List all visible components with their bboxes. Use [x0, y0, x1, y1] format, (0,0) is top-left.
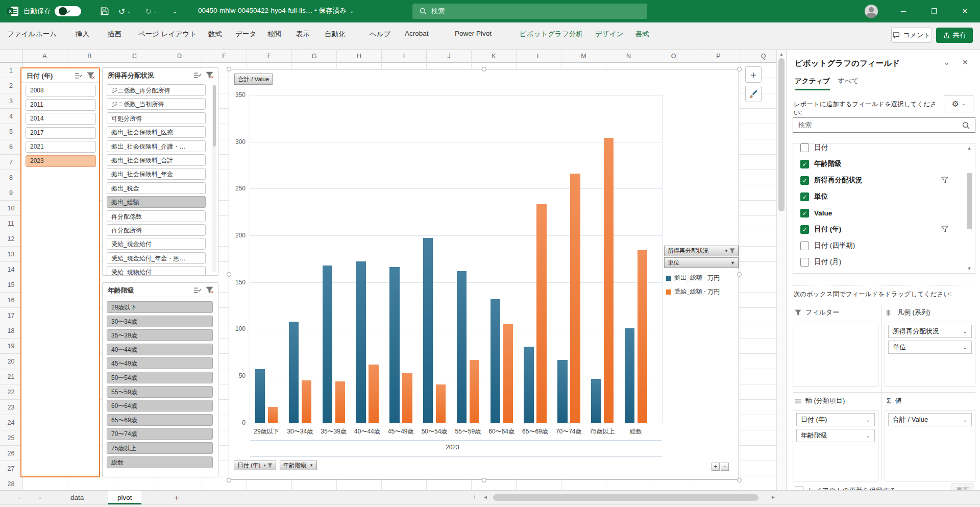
legend-entry-拠出_総額 - 万円[interactable]: 拠出_総額 - 万円 [666, 274, 720, 282]
slicer-日付 (年)[interactable]: 日付 (年)✕200820112014201720212023 [20, 67, 100, 477]
minimize-button[interactable]: ─ [890, 0, 917, 22]
ribbon-tab-9[interactable]: 表示 [296, 30, 310, 39]
scroll-up-icon[interactable]: ▲ [777, 52, 786, 57]
slicer-item-受給_現金給付_年金・恩…[interactable]: 受給_現金給付_年金・恩… [107, 252, 206, 264]
row-header-18[interactable]: 18 [0, 323, 22, 339]
axis-field-button-日付 (年)[interactable]: 日付 (年)▼ [234, 461, 276, 470]
selection-handle[interactable] [737, 272, 742, 277]
slicer-item-可処分所得[interactable]: 可処分所得 [107, 112, 206, 124]
bar-拠出_総額 - 万円-50〜54歳[interactable] [423, 238, 433, 422]
ribbon-tab-14[interactable]: ピボットグラフ分析 [520, 30, 583, 39]
field-item-単位[interactable]: ✓単位 [800, 188, 969, 205]
ribbon-tab-6[interactable]: 数式 [208, 30, 222, 39]
ribbon-tab-15[interactable]: デザイン [595, 30, 623, 39]
area-field-chip-所得再分配状況[interactable]: 所得再分配状況⌄ [888, 325, 972, 338]
row-header-6[interactable]: 6 [0, 139, 22, 155]
comments-button[interactable]: コメント [891, 28, 932, 43]
scrollbar-thumb[interactable] [213, 85, 216, 147]
row-header-1[interactable]: 1 [0, 63, 22, 78]
bar-受給_総額 - 万円-総数[interactable] [638, 250, 648, 423]
ribbon-tab-8[interactable]: 校閲 [267, 30, 281, 39]
slicer-item-受給_現金給付[interactable]: 受給_現金給付 [107, 238, 206, 250]
area-field-chip-日付 (年)[interactable]: 日付 (年)⌄ [796, 413, 875, 426]
slicer-item-拠出_社会保険料_介護・…[interactable]: 拠出_社会保険料_介護・… [107, 140, 206, 152]
document-title[interactable]: 00450-mhlw-00450422-hyo4-full-lis… • 保存済… [198, 6, 354, 15]
bar-拠出_総額 - 万円-75歳以上[interactable] [591, 379, 601, 423]
column-header-C[interactable]: C [112, 50, 157, 63]
row-header-8[interactable]: 8 [0, 170, 22, 185]
column-header-L[interactable]: L [517, 50, 561, 63]
column-headers[interactable]: ABCDEFGHIJKLMNOPQ [0, 50, 786, 63]
row-header-25[interactable]: 25 [0, 430, 22, 446]
slicer-年齢階級[interactable]: 年齢階級✕29歳以下30〜34歳35〜39歳40〜44歳45〜49歳50〜54歳… [102, 282, 218, 477]
chart-collapse-button[interactable]: − [721, 463, 729, 471]
row-header-15[interactable]: 15 [0, 277, 22, 293]
ribbon-tab-2[interactable]: ホーム [36, 30, 57, 39]
clear-filter-icon[interactable]: ✕ [85, 70, 96, 81]
column-header-D[interactable]: D [157, 50, 202, 63]
slicer-item-ジニ係数_再分配所得[interactable]: ジニ係数_再分配所得 [107, 84, 206, 96]
sheet-tab-pivot[interactable]: pivot [108, 491, 141, 504]
column-header-B[interactable]: B [67, 50, 112, 63]
slicer-item-29歳以下[interactable]: 29歳以下 [107, 301, 213, 313]
row-header-5[interactable]: 5 [0, 124, 22, 139]
row-header-17[interactable]: 17 [0, 308, 22, 323]
multi-select-icon[interactable] [73, 70, 84, 81]
slicer-item-45〜49歳[interactable]: 45〜49歳 [107, 357, 213, 369]
scroll-up-icon[interactable]: ▲ [966, 146, 973, 151]
slicer-item-70〜74歳[interactable]: 70〜74歳 [107, 428, 213, 440]
user-avatar[interactable] [865, 5, 878, 18]
row-header-7[interactable]: 7 [0, 155, 22, 170]
row-header-16[interactable]: 16 [0, 293, 22, 308]
slicer-item-30〜34歳[interactable]: 30〜34歳 [107, 316, 213, 327]
ribbon-tab-7[interactable]: データ [235, 30, 256, 39]
slicer-item-55〜59歳[interactable]: 55〜59歳 [107, 386, 213, 398]
prev-sheet-icon[interactable]: ‹ [18, 494, 20, 501]
slicer-scrollbar[interactable] [212, 84, 216, 272]
quick-access-chevron-icon[interactable]: ⌄ [173, 4, 177, 18]
undo-button[interactable]: ↺⌄ [118, 4, 131, 18]
column-header-G[interactable]: G [292, 50, 337, 63]
selection-handle[interactable] [482, 67, 486, 71]
slicer-item-75歳以上[interactable]: 75歳以上 [107, 442, 213, 454]
row-header-10[interactable]: 10 [0, 201, 22, 216]
field-checkbox[interactable]: ✓ [800, 192, 809, 201]
ribbon-tab-10[interactable]: 自動化 [325, 30, 346, 39]
bar-受給_総額 - 万円-55〜59歳[interactable] [470, 360, 480, 423]
field-item-日付 (年)[interactable]: ✓日付 (年) [800, 221, 969, 237]
tab-splitter-handle[interactable]: ⁞ [474, 494, 475, 501]
selection-handle[interactable] [227, 478, 231, 482]
redo-button[interactable]: ↻⌄ [145, 4, 157, 18]
bar-受給_総額 - 万円-30〜34歳[interactable] [302, 380, 312, 423]
column-header-K[interactable]: K [472, 50, 517, 63]
slicer-item-再分配所得[interactable]: 再分配所得 [107, 224, 206, 236]
field-list-scrollbar[interactable]: ▲ ▼ [966, 144, 973, 272]
column-header-H[interactable]: H [337, 50, 382, 63]
area-box-軸 (分類項目)[interactable]: 日付 (年)⌄年齢階級⌄ [793, 410, 878, 481]
field-checkbox[interactable]: ✓ [800, 160, 809, 168]
area-field-chip-単位[interactable]: 単位⌄ [888, 341, 972, 354]
save-icon[interactable] [100, 4, 109, 18]
bar-受給_総額 - 万円-70〜74歳[interactable] [570, 174, 580, 423]
bar-拠出_総額 - 万円-55〜59歳[interactable] [457, 271, 467, 423]
ribbon-tab-1[interactable]: ファイル [7, 30, 35, 39]
column-header-F[interactable]: F [247, 50, 292, 63]
area-field-chip-合計 / Value[interactable]: 合計 / Value⌄ [888, 413, 972, 426]
row-header-22[interactable]: 22 [0, 384, 22, 400]
bar-拠出_総額 - 万円-29歳以下[interactable] [255, 369, 265, 423]
ribbon-tab-5[interactable]: ページ レイアウト [138, 30, 197, 39]
field-checkbox[interactable] [800, 242, 809, 250]
column-header-O[interactable]: O [651, 50, 696, 63]
selection-handle[interactable] [737, 67, 742, 71]
fields-search-input[interactable]: 検索 [793, 117, 975, 133]
bar-受給_総額 - 万円-29歳以下[interactable] [268, 407, 278, 423]
area-box-フィルター[interactable] [793, 322, 878, 387]
row-header-19[interactable]: 19 [0, 339, 22, 354]
sheet-tab-data[interactable]: data [61, 491, 93, 504]
next-sheet-icon[interactable]: › [39, 494, 41, 501]
slicer-item-ジニ係数_当初所得[interactable]: ジニ係数_当初所得 [107, 98, 206, 110]
slicer-item-2023[interactable]: 2023 [26, 155, 96, 167]
close-button[interactable]: ✕ [951, 0, 978, 22]
multi-select-icon[interactable] [192, 285, 203, 296]
slicer-item-35〜39歳[interactable]: 35〜39歳 [107, 329, 213, 341]
